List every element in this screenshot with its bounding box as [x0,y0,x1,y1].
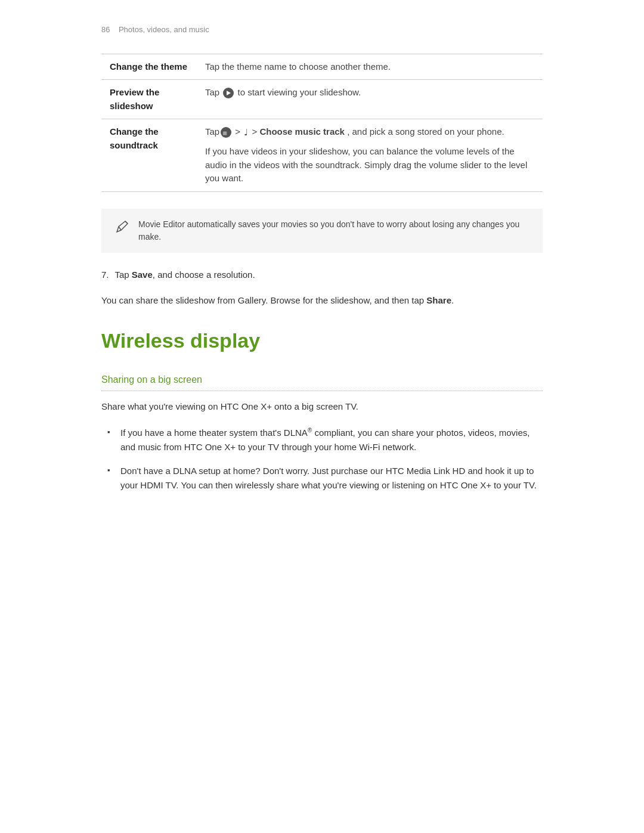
step-list: 7. Tap Save, and choose a resolution. [101,268,543,282]
pencil-icon [113,219,130,236]
play-icon [223,88,234,98]
music-icon: ♩ [244,126,248,140]
menu-icon [221,127,231,138]
table-cell-label: Preview theslideshow [101,80,197,119]
note-box: Movie Editor automatically saves your mo… [101,209,543,253]
table-cell-value: Tap the theme name to choose another the… [197,54,543,80]
save-label: Save [132,270,153,280]
table-row: Change the theme Tap the theme name to c… [101,54,543,80]
bullet-list: If you have a home theater system that's… [101,426,543,493]
list-item: If you have a home theater system that's… [107,426,543,454]
step-item: 7. Tap Save, and choose a resolution. [101,268,543,282]
section-title: Wireless display [101,326,543,356]
table-cell-label: Change the theme [101,54,197,80]
chapter-title: Photos, videos, and music [119,25,209,34]
table-cell-label: Change thesoundtrack [101,119,197,192]
table-row: Change thesoundtrack Tap > ♩ > Choose mu… [101,119,543,192]
list-item: Don't have a DLNA setup at home? Don't w… [107,464,543,493]
intro-text: Share what you're viewing on HTC One X+ … [101,400,543,414]
step-number: 7. [101,270,109,280]
subsection-heading: Sharing on a big screen [101,373,543,391]
share-label: Share [426,295,451,305]
settings-table: Change the theme Tap the theme name to c… [101,54,543,192]
table-cell-value: Tap > ♩ > Choose music track , and pick … [197,119,543,192]
wireless-display-section: Wireless display Sharing on a big screen… [101,326,543,493]
table-cell-value: Tap to start viewing your slideshow. [197,80,543,119]
share-paragraph: You can share the slideshow from Gallery… [101,293,543,308]
page-number: 86 [101,25,110,34]
note-text: Movie Editor automatically saves your mo… [138,218,531,243]
table-row: Preview theslideshow Tap to start viewin… [101,80,543,119]
page-header: 86 Photos, videos, and music [101,24,543,36]
page: 86 Photos, videos, and music Change the … [0,0,644,833]
